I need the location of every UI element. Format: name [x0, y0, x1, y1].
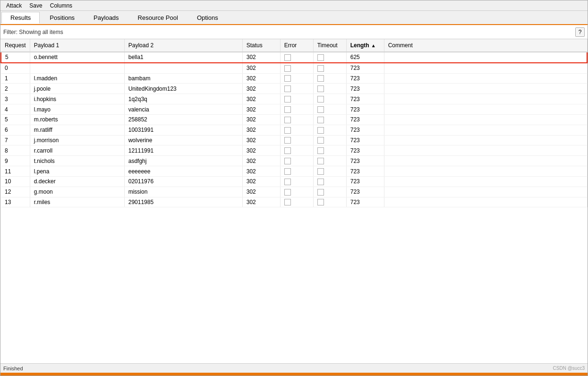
table-row[interactable]: 4l.mayovalencia302723	[1, 104, 587, 115]
cell-error	[280, 135, 313, 145]
col-header-error[interactable]: Error	[280, 39, 313, 52]
help-icon[interactable]: ?	[575, 27, 585, 37]
cell-payload1: m.ratliff	[30, 125, 124, 135]
checkbox-timeout[interactable]	[317, 75, 324, 82]
table-row[interactable]: 11l.penaeeeeeee302723	[1, 166, 587, 177]
col-header-payload2[interactable]: Payload 2	[124, 39, 242, 52]
tab-resource-pool[interactable]: Resource Pool	[129, 12, 187, 24]
checkbox-timeout[interactable]	[317, 127, 324, 134]
table-row[interactable]: 5o.bennettbella1302625	[1, 52, 587, 63]
checkbox-timeout[interactable]	[317, 168, 324, 175]
table-row[interactable]: 8r.carroll12111991302723	[1, 145, 587, 156]
checkbox-error[interactable]	[284, 147, 291, 154]
cell-comment	[384, 145, 587, 156]
table-row[interactable]: 10d.decker02011976302723	[1, 176, 587, 187]
menu-columns[interactable]: Columns	[46, 1, 76, 10]
cell-length: 723	[346, 197, 384, 207]
checkbox-timeout[interactable]	[317, 189, 324, 196]
cell-status: 302	[242, 156, 280, 166]
table-container[interactable]: Request Payload 1 Payload 2 Status Error…	[0, 39, 588, 363]
checkbox-error[interactable]	[284, 85, 291, 92]
col-header-request[interactable]: Request	[1, 39, 30, 52]
checkbox-timeout[interactable]	[317, 106, 324, 113]
col-header-status[interactable]: Status	[242, 39, 280, 52]
app-window: Attack Save Columns Results Positions Pa…	[0, 0, 588, 376]
cell-payload1: l.madden	[30, 73, 124, 84]
table-row[interactable]: 3i.hopkins1q2q3q302723	[1, 94, 587, 104]
table-row[interactable]: 13r.miles29011985302723	[1, 197, 587, 207]
checkbox-error[interactable]	[284, 65, 291, 72]
cell-payload1: m.roberts	[30, 114, 124, 125]
checkbox-error[interactable]	[284, 168, 291, 175]
cell-status: 302	[242, 166, 280, 177]
tab-results[interactable]: Results	[1, 12, 40, 24]
cell-comment	[384, 63, 587, 73]
cell-payload1: g.moon	[30, 187, 124, 197]
table-row[interactable]: 2j.pooleUnitedKingdom123302723	[1, 84, 587, 94]
checkbox-timeout[interactable]	[317, 158, 324, 164]
menu-save[interactable]: Save	[26, 1, 46, 10]
cell-comment	[384, 156, 587, 166]
checkbox-error[interactable]	[284, 54, 291, 61]
table-row[interactable]: 9t.nicholsasdfghj302723	[1, 156, 587, 166]
checkbox-error[interactable]	[284, 158, 291, 164]
checkbox-timeout[interactable]	[317, 179, 324, 185]
col-header-length[interactable]: Length▲	[346, 39, 384, 52]
cell-comment	[384, 73, 587, 84]
cell-status: 302	[242, 104, 280, 115]
cell-timeout	[313, 63, 346, 73]
checkbox-error[interactable]	[284, 75, 291, 82]
cell-timeout	[313, 166, 346, 177]
col-header-payload1[interactable]: Payload 1	[30, 39, 124, 52]
checkbox-timeout[interactable]	[317, 117, 324, 123]
cell-payload1: o.bennett	[30, 52, 124, 63]
cell-payload2: valencia	[124, 104, 242, 115]
tab-options[interactable]: Options	[188, 12, 227, 24]
checkbox-error[interactable]	[284, 106, 291, 113]
cell-length: 723	[346, 125, 384, 135]
table-row[interactable]: 0302723	[1, 63, 587, 73]
checkbox-timeout[interactable]	[317, 137, 324, 144]
checkbox-error[interactable]	[284, 179, 291, 185]
cell-length: 723	[346, 156, 384, 166]
cell-error	[280, 84, 313, 94]
checkbox-timeout[interactable]	[317, 85, 324, 92]
cell-length: 723	[346, 94, 384, 104]
tab-payloads[interactable]: Payloads	[85, 12, 128, 24]
cell-payload2: wolverine	[124, 135, 242, 145]
table-row[interactable]: 1l.maddenbambam302723	[1, 73, 587, 84]
menu-attack[interactable]: Attack	[2, 1, 26, 10]
col-header-comment[interactable]: Comment	[384, 39, 587, 52]
col-header-timeout[interactable]: Timeout	[313, 39, 346, 52]
cell-error	[280, 104, 313, 115]
checkbox-error[interactable]	[284, 199, 291, 205]
cell-status: 302	[242, 114, 280, 125]
checkbox-timeout[interactable]	[317, 54, 324, 61]
cell-payload1: t.nichols	[30, 156, 124, 166]
cell-timeout	[313, 176, 346, 187]
cell-error	[280, 166, 313, 177]
cell-length: 723	[346, 73, 384, 84]
cell-error	[280, 125, 313, 135]
checkbox-error[interactable]	[284, 117, 291, 123]
table-row[interactable]: 6m.ratliff10031991302723	[1, 125, 587, 135]
cell-length: 723	[346, 187, 384, 197]
cell-payload1: d.decker	[30, 176, 124, 187]
checkbox-error[interactable]	[284, 127, 291, 134]
checkbox-timeout[interactable]	[317, 147, 324, 154]
checkbox-timeout[interactable]	[317, 96, 324, 103]
cell-timeout	[313, 145, 346, 156]
cell-comment	[384, 166, 587, 177]
checkbox-timeout[interactable]	[317, 65, 324, 72]
menu-bar: Attack Save Columns	[0, 0, 588, 11]
checkbox-error[interactable]	[284, 137, 291, 144]
tab-positions[interactable]: Positions	[41, 12, 84, 24]
cell-request: 3	[1, 94, 30, 104]
table-row[interactable]: 7j.morrisonwolverine302723	[1, 135, 587, 145]
checkbox-error[interactable]	[284, 189, 291, 196]
checkbox-error[interactable]	[284, 96, 291, 103]
table-row[interactable]: 5m.roberts258852302723	[1, 114, 587, 125]
checkbox-timeout[interactable]	[317, 199, 324, 205]
table-row[interactable]: 12g.moonmission302723	[1, 187, 587, 197]
cell-timeout	[313, 73, 346, 84]
